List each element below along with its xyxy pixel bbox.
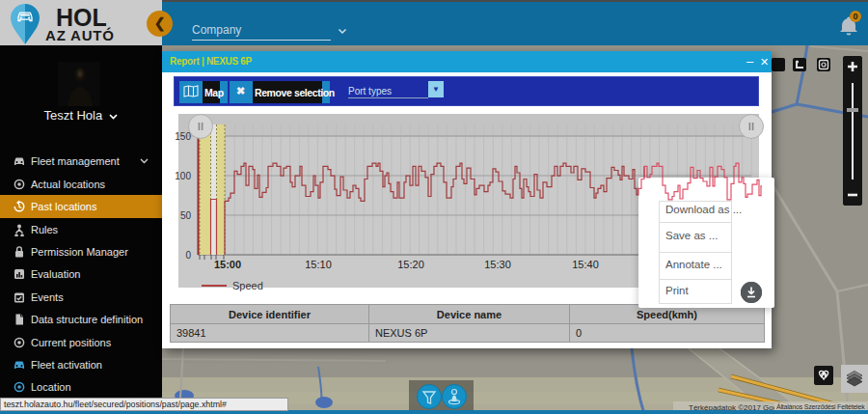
svg-text:15:40: 15:40	[572, 259, 599, 270]
svg-text:15:30: 15:30	[484, 259, 511, 270]
svg-text:100: 100	[175, 171, 191, 181]
svg-text:0: 0	[185, 250, 191, 261]
svg-text:15:20: 15:20	[397, 259, 424, 270]
svg-text:15:10: 15:10	[305, 259, 332, 270]
svg-text:15:00: 15:00	[214, 259, 241, 270]
svg-text:50: 50	[180, 210, 192, 221]
svg-text:150: 150	[175, 131, 191, 142]
